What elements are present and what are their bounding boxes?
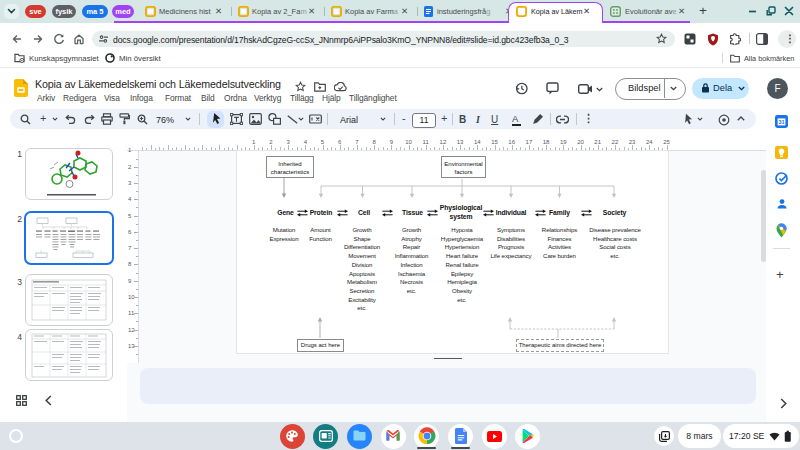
svg-text:31: 31 <box>779 119 785 125</box>
